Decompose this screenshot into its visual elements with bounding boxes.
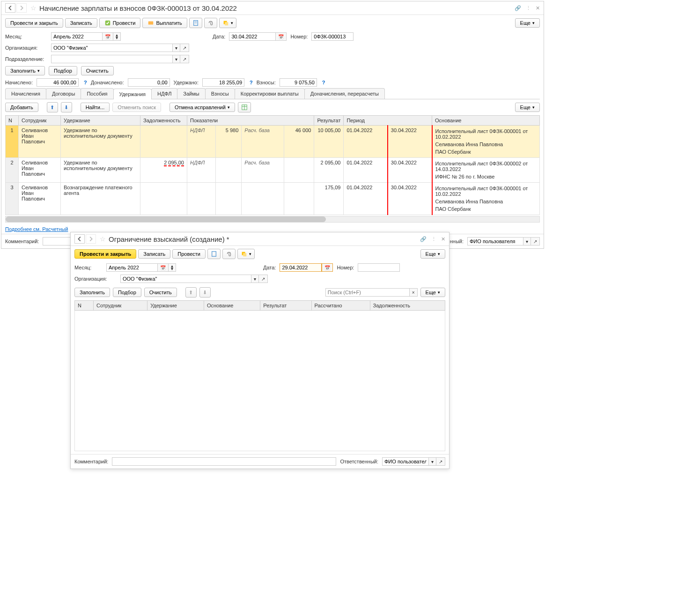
tab-deductions[interactable]: Удержания	[113, 89, 152, 99]
col-deduction[interactable]: Удержание	[61, 116, 140, 126]
help-icon[interactable]: ?	[84, 80, 87, 85]
org-input[interactable]	[51, 44, 173, 52]
copy-icon	[222, 20, 229, 26]
table-row[interactable]: 3 Селиванов Иван Павлович Вознаграждение…	[6, 183, 540, 215]
svg-rect-6	[225, 22, 228, 25]
month-input[interactable]	[51, 32, 103, 41]
tab-benefits[interactable]: Пособия	[81, 88, 113, 99]
select-button[interactable]: Подбор	[49, 66, 77, 75]
help-icon[interactable]: ?	[322, 80, 325, 85]
open-icon[interactable]: ↗	[531, 237, 540, 246]
dropdown-icon[interactable]: ▾	[173, 44, 180, 52]
dropdown-icon[interactable]: ▾	[523, 237, 531, 246]
link-icon[interactable]: 🔗	[515, 5, 521, 11]
addl-input[interactable]	[128, 78, 170, 87]
nav-back-button[interactable]	[5, 3, 15, 13]
tab-additional[interactable]: Доначисления, перерасчеты	[304, 88, 385, 99]
close-icon[interactable]: ✕	[441, 236, 445, 242]
save-button[interactable]: Записать	[138, 249, 170, 250]
accrued-input[interactable]	[37, 78, 79, 87]
paperclip-icon	[207, 20, 214, 26]
pay-button[interactable]: Выплатить	[142, 18, 187, 28]
tab-ndfl[interactable]: НДФЛ	[151, 88, 177, 99]
tab-loans[interactable]: Займы	[177, 88, 205, 99]
col-indicators[interactable]: Показатели	[187, 116, 314, 126]
tab-contributions[interactable]: Взносы	[205, 88, 235, 99]
responsible-input[interactable]	[467, 237, 523, 246]
fill-button[interactable]: Заполнить ▾	[5, 66, 45, 75]
dropdown-icon[interactable]: ▾	[173, 55, 180, 63]
help-icon[interactable]: ?	[250, 80, 253, 85]
col-result[interactable]: Результат	[314, 116, 344, 126]
calendar-icon[interactable]: 📅	[276, 32, 287, 41]
col-employee[interactable]: Сотрудник	[19, 116, 61, 126]
open-icon[interactable]: ↗	[180, 55, 189, 63]
nav-back-button[interactable]	[74, 234, 85, 244]
tab-accruals[interactable]: Начисления	[5, 88, 46, 99]
copy-button[interactable]: ▾	[219, 18, 236, 28]
nav-forward-button[interactable]	[86, 234, 96, 244]
calendar-icon[interactable]: 📅	[103, 32, 113, 41]
arrow-right-icon	[18, 5, 25, 11]
col-basis[interactable]: Основание	[432, 116, 540, 126]
org-label: Организация:	[5, 45, 47, 51]
kebab-menu-icon[interactable]: ⋮	[431, 236, 436, 242]
nav-forward-button[interactable]	[16, 3, 27, 13]
close-icon[interactable]: ✕	[536, 5, 540, 11]
save-button[interactable]: Записать	[65, 18, 97, 28]
comment-label: Комментарий:	[5, 238, 39, 244]
modal-title: Ограничение взысканий (создание) *	[109, 235, 420, 243]
details-link[interactable]: Подробнее см. Расчетный	[1, 224, 72, 234]
post-button[interactable]: Провести	[172, 249, 206, 250]
arrow-left-icon	[7, 5, 14, 11]
tabs: Начисления Договоры Пособия Удержания НД…	[5, 88, 540, 99]
tab-corrections[interactable]: Корректировки выплаты	[235, 88, 305, 99]
report-button[interactable]	[189, 18, 202, 28]
post-button[interactable]: Провести	[99, 18, 141, 28]
tab-contracts[interactable]: Договоры	[46, 88, 81, 99]
table-row[interactable]: 1 Селиванов Иван Павлович Удержание по и…	[6, 126, 540, 158]
month-label: Месяц:	[5, 34, 47, 39]
table-row[interactable]: 2 Селиванов Иван Павлович Удержание по и…	[6, 158, 540, 183]
withheld-input[interactable]	[202, 78, 244, 87]
clear-button[interactable]: Очистить	[81, 66, 114, 75]
post-and-close-button[interactable]: Провести и закрыть	[74, 249, 136, 250]
spinner-icon[interactable]: ▴▾	[113, 32, 121, 41]
withheld-label: Удержано:	[174, 80, 199, 85]
table-settings-button[interactable]	[238, 102, 251, 112]
more-button[interactable]: Еще ▾	[515, 18, 540, 28]
copy-button[interactable]: ▾	[237, 249, 255, 250]
move-up-button[interactable]: ⬆	[47, 102, 58, 112]
modal-toolbar: Провести и закрыть Записать Провести ▾ Е…	[71, 246, 449, 250]
favorite-star-icon[interactable]: ☆	[100, 235, 106, 243]
link-icon[interactable]: 🔗	[420, 236, 427, 242]
col-debt[interactable]: Задолженность	[140, 116, 187, 126]
move-down-button[interactable]: ⬇	[61, 102, 72, 112]
report-button[interactable]	[207, 249, 221, 250]
number-label: Номер:	[290, 34, 308, 39]
cancel-fix-button[interactable]: Отмена исправлений ▾	[169, 103, 235, 112]
table-more-button[interactable]: Еще ▾	[515, 103, 540, 112]
main-toolbar: Провести и закрыть Записать Провести Вып…	[1, 15, 544, 31]
attach-button[interactable]	[222, 249, 236, 250]
kebab-menu-icon[interactable]: ⋮	[526, 5, 531, 11]
contrib-input[interactable]	[280, 78, 317, 87]
main-window: ☆ Начисление зарплаты и взносов 0ФЗК-000…	[1, 1, 544, 249]
date-input[interactable]	[229, 32, 276, 41]
modal-titlebar: ☆ Ограничение взысканий (создание) * 🔗 ⋮…	[71, 232, 449, 246]
attach-button[interactable]	[204, 18, 217, 28]
post-and-close-button[interactable]: Провести и закрыть	[5, 18, 63, 28]
dept-input[interactable]	[51, 55, 173, 63]
number-input[interactable]	[311, 32, 354, 41]
horizontal-scrollbar[interactable]	[5, 216, 540, 223]
favorite-star-icon[interactable]: ☆	[30, 4, 37, 12]
col-period[interactable]: Период	[344, 116, 432, 126]
add-button[interactable]: Добавить	[5, 103, 38, 112]
open-icon[interactable]: ↗	[180, 44, 189, 52]
dept-label: Подразделение:	[5, 56, 47, 62]
contrib-label: Взносы:	[257, 80, 276, 85]
more-button[interactable]: Еще ▾	[420, 249, 445, 250]
find-button[interactable]: Найти...	[81, 103, 110, 112]
col-n[interactable]: N	[6, 116, 19, 126]
cancel-search-button[interactable]: Отменить поиск	[112, 103, 161, 112]
